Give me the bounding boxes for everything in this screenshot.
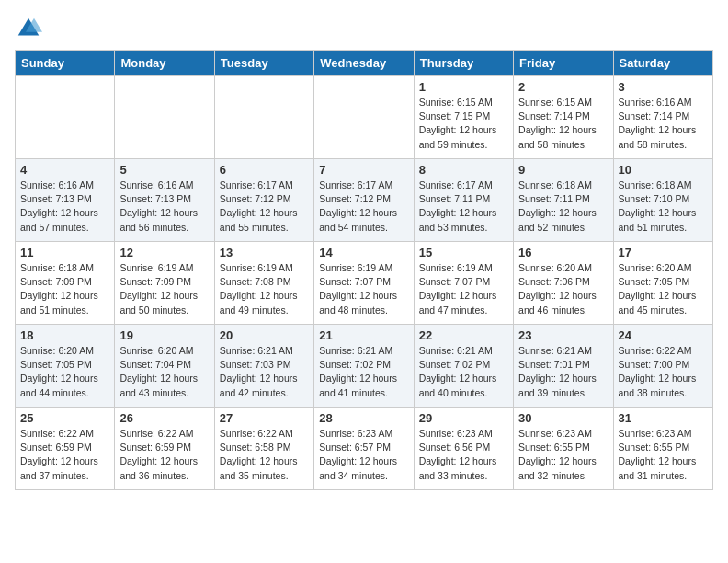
day-number: 11 bbox=[20, 246, 109, 259]
day-number: 27 bbox=[220, 411, 309, 425]
calendar-cell: 20Sunrise: 6:21 AM Sunset: 7:03 PM Dayli… bbox=[214, 325, 313, 408]
week-row: 18Sunrise: 6:20 AM Sunset: 7:05 PM Dayli… bbox=[16, 325, 713, 408]
calendar-cell: 25Sunrise: 6:22 AM Sunset: 6:59 PM Dayli… bbox=[16, 408, 115, 490]
day-number: 28 bbox=[319, 411, 408, 425]
calendar-cell bbox=[115, 76, 214, 159]
day-number: 14 bbox=[319, 246, 408, 259]
calendar-cell: 13Sunrise: 6:19 AM Sunset: 7:08 PM Dayli… bbox=[214, 242, 313, 325]
week-row: 11Sunrise: 6:18 AM Sunset: 7:09 PM Dayli… bbox=[16, 242, 713, 325]
day-number: 29 bbox=[419, 411, 508, 425]
col-header-sunday: Sunday bbox=[16, 51, 115, 76]
calendar-cell: 29Sunrise: 6:23 AM Sunset: 6:56 PM Dayli… bbox=[414, 408, 513, 490]
day-info: Sunrise: 6:17 AM Sunset: 7:12 PM Dayligh… bbox=[319, 179, 397, 233]
week-row: 25Sunrise: 6:22 AM Sunset: 6:59 PM Dayli… bbox=[16, 408, 713, 490]
day-number: 20 bbox=[220, 328, 309, 342]
calendar-cell: 12Sunrise: 6:19 AM Sunset: 7:09 PM Dayli… bbox=[115, 242, 214, 325]
day-number: 18 bbox=[20, 328, 109, 342]
calendar-cell: 6Sunrise: 6:17 AM Sunset: 7:12 PM Daylig… bbox=[214, 159, 313, 242]
day-info: Sunrise: 6:22 AM Sunset: 6:59 PM Dayligh… bbox=[119, 428, 198, 481]
calendar-cell: 21Sunrise: 6:21 AM Sunset: 7:02 PM Dayli… bbox=[314, 325, 414, 408]
day-info: Sunrise: 6:19 AM Sunset: 7:09 PM Dayligh… bbox=[119, 262, 198, 316]
calendar-cell: 7Sunrise: 6:17 AM Sunset: 7:12 PM Daylig… bbox=[314, 159, 414, 242]
calendar-cell: 5Sunrise: 6:16 AM Sunset: 7:13 PM Daylig… bbox=[115, 159, 214, 242]
day-number: 30 bbox=[518, 411, 608, 425]
day-number: 5 bbox=[119, 163, 209, 177]
day-info: Sunrise: 6:16 AM Sunset: 7:13 PM Dayligh… bbox=[20, 179, 98, 233]
day-info: Sunrise: 6:23 AM Sunset: 6:57 PM Dayligh… bbox=[319, 428, 397, 481]
day-number: 31 bbox=[619, 411, 708, 425]
calendar-cell: 23Sunrise: 6:21 AM Sunset: 7:01 PM Dayli… bbox=[514, 325, 613, 408]
week-row: 4Sunrise: 6:16 AM Sunset: 7:13 PM Daylig… bbox=[16, 159, 713, 242]
calendar-cell: 8Sunrise: 6:17 AM Sunset: 7:11 PM Daylig… bbox=[414, 159, 513, 242]
day-info: Sunrise: 6:20 AM Sunset: 7:05 PM Dayligh… bbox=[619, 262, 697, 316]
day-number: 6 bbox=[220, 163, 309, 177]
col-header-thursday: Thursday bbox=[414, 51, 513, 76]
logo bbox=[15, 15, 46, 42]
col-header-wednesday: Wednesday bbox=[314, 51, 414, 76]
calendar-cell: 1Sunrise: 6:15 AM Sunset: 7:15 PM Daylig… bbox=[414, 76, 513, 159]
day-info: Sunrise: 6:18 AM Sunset: 7:11 PM Dayligh… bbox=[518, 179, 597, 233]
day-number: 22 bbox=[419, 328, 508, 342]
day-number: 8 bbox=[419, 163, 508, 177]
day-info: Sunrise: 6:20 AM Sunset: 7:04 PM Dayligh… bbox=[119, 345, 198, 398]
calendar-cell: 24Sunrise: 6:22 AM Sunset: 7:00 PM Dayli… bbox=[613, 325, 712, 408]
calendar-cell: 26Sunrise: 6:22 AM Sunset: 6:59 PM Dayli… bbox=[115, 408, 214, 490]
calendar-cell: 11Sunrise: 6:18 AM Sunset: 7:09 PM Dayli… bbox=[16, 242, 115, 325]
day-info: Sunrise: 6:21 AM Sunset: 7:02 PM Dayligh… bbox=[319, 345, 397, 398]
day-number: 23 bbox=[518, 328, 608, 342]
day-info: Sunrise: 6:18 AM Sunset: 7:10 PM Dayligh… bbox=[619, 179, 697, 233]
day-number: 12 bbox=[119, 246, 209, 259]
col-header-tuesday: Tuesday bbox=[214, 51, 313, 76]
calendar-cell: 30Sunrise: 6:23 AM Sunset: 6:55 PM Dayli… bbox=[514, 408, 613, 490]
day-info: Sunrise: 6:19 AM Sunset: 7:08 PM Dayligh… bbox=[220, 262, 298, 316]
day-info: Sunrise: 6:15 AM Sunset: 7:15 PM Dayligh… bbox=[419, 97, 497, 150]
header-row: SundayMondayTuesdayWednesdayThursdayFrid… bbox=[16, 51, 713, 76]
calendar-cell: 22Sunrise: 6:21 AM Sunset: 7:02 PM Dayli… bbox=[414, 325, 513, 408]
day-info: Sunrise: 6:15 AM Sunset: 7:14 PM Dayligh… bbox=[518, 97, 597, 150]
calendar-cell: 18Sunrise: 6:20 AM Sunset: 7:05 PM Dayli… bbox=[16, 325, 115, 408]
calendar-cell: 19Sunrise: 6:20 AM Sunset: 7:04 PM Dayli… bbox=[115, 325, 214, 408]
day-info: Sunrise: 6:22 AM Sunset: 6:59 PM Dayligh… bbox=[20, 428, 98, 481]
day-info: Sunrise: 6:23 AM Sunset: 6:56 PM Dayligh… bbox=[419, 428, 497, 481]
day-info: Sunrise: 6:21 AM Sunset: 7:03 PM Dayligh… bbox=[220, 345, 298, 398]
week-row: 1Sunrise: 6:15 AM Sunset: 7:15 PM Daylig… bbox=[16, 76, 713, 159]
calendar-cell: 15Sunrise: 6:19 AM Sunset: 7:07 PM Dayli… bbox=[414, 242, 513, 325]
day-number: 25 bbox=[20, 411, 109, 425]
calendar-cell: 31Sunrise: 6:23 AM Sunset: 6:55 PM Dayli… bbox=[613, 408, 712, 490]
day-info: Sunrise: 6:16 AM Sunset: 7:13 PM Dayligh… bbox=[119, 179, 198, 233]
calendar-cell: 17Sunrise: 6:20 AM Sunset: 7:05 PM Dayli… bbox=[613, 242, 712, 325]
day-number: 17 bbox=[619, 246, 708, 259]
day-info: Sunrise: 6:19 AM Sunset: 7:07 PM Dayligh… bbox=[419, 262, 497, 316]
day-number: 24 bbox=[619, 328, 708, 342]
day-info: Sunrise: 6:19 AM Sunset: 7:07 PM Dayligh… bbox=[319, 262, 397, 316]
day-info: Sunrise: 6:17 AM Sunset: 7:12 PM Dayligh… bbox=[220, 179, 298, 233]
day-info: Sunrise: 6:21 AM Sunset: 7:01 PM Dayligh… bbox=[518, 345, 597, 398]
day-info: Sunrise: 6:18 AM Sunset: 7:09 PM Dayligh… bbox=[20, 262, 98, 316]
day-number: 9 bbox=[518, 163, 608, 177]
day-info: Sunrise: 6:17 AM Sunset: 7:11 PM Dayligh… bbox=[419, 179, 497, 233]
col-header-monday: Monday bbox=[115, 51, 214, 76]
day-info: Sunrise: 6:22 AM Sunset: 6:58 PM Dayligh… bbox=[220, 428, 298, 481]
calendar-cell bbox=[214, 76, 313, 159]
calendar-cell bbox=[16, 76, 115, 159]
day-info: Sunrise: 6:23 AM Sunset: 6:55 PM Dayligh… bbox=[518, 428, 597, 481]
calendar-cell: 16Sunrise: 6:20 AM Sunset: 7:06 PM Dayli… bbox=[514, 242, 613, 325]
calendar-cell: 28Sunrise: 6:23 AM Sunset: 6:57 PM Dayli… bbox=[314, 408, 414, 490]
day-number: 4 bbox=[20, 163, 109, 177]
calendar-cell bbox=[314, 76, 414, 159]
day-number: 15 bbox=[419, 246, 508, 259]
calendar-cell: 14Sunrise: 6:19 AM Sunset: 7:07 PM Dayli… bbox=[314, 242, 414, 325]
calendar-cell: 3Sunrise: 6:16 AM Sunset: 7:14 PM Daylig… bbox=[613, 76, 712, 159]
col-header-saturday: Saturday bbox=[613, 51, 712, 76]
day-info: Sunrise: 6:22 AM Sunset: 7:00 PM Dayligh… bbox=[619, 345, 697, 398]
day-number: 16 bbox=[518, 246, 608, 259]
day-number: 10 bbox=[619, 163, 708, 177]
calendar-table: SundayMondayTuesdayWednesdayThursdayFrid… bbox=[15, 50, 713, 490]
day-number: 21 bbox=[319, 328, 408, 342]
col-header-friday: Friday bbox=[514, 51, 613, 76]
day-number: 1 bbox=[419, 80, 508, 94]
day-info: Sunrise: 6:16 AM Sunset: 7:14 PM Dayligh… bbox=[619, 97, 697, 150]
day-info: Sunrise: 6:20 AM Sunset: 7:05 PM Dayligh… bbox=[20, 345, 98, 398]
calendar-cell: 10Sunrise: 6:18 AM Sunset: 7:10 PM Dayli… bbox=[613, 159, 712, 242]
day-number: 2 bbox=[518, 80, 608, 94]
